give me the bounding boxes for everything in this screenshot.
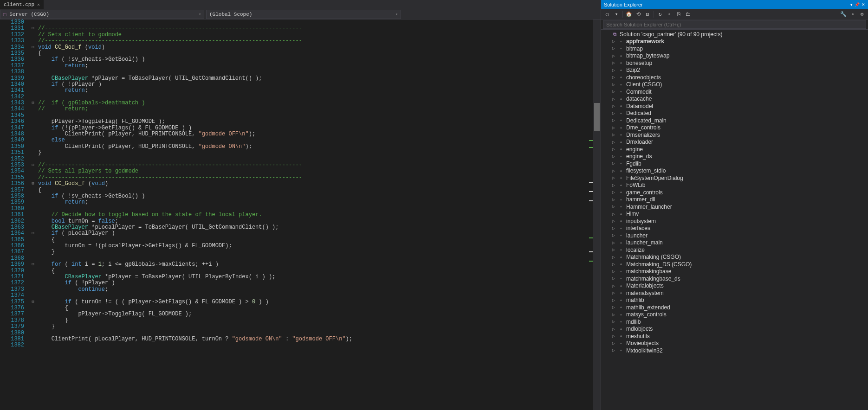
- close-icon[interactable]: ✕: [862, 2, 865, 7]
- project-node[interactable]: ▷▫datacache: [601, 96, 868, 103]
- expand-icon[interactable]: ▷: [611, 226, 616, 231]
- project-node[interactable]: ▷▫matchmakingbase_ds: [601, 275, 868, 282]
- expand-icon[interactable]: ▷: [611, 291, 616, 295]
- project-node[interactable]: ▷▫matsys_controls: [601, 311, 868, 319]
- wrench-icon[interactable]: 🔧: [839, 10, 848, 19]
- expand-icon[interactable]: ▷: [611, 233, 616, 237]
- expand-icon[interactable]: ▷: [611, 241, 616, 245]
- preview-icon[interactable]: ▫: [849, 10, 857, 19]
- expand-icon[interactable]: ▷: [611, 97, 616, 101]
- project-node[interactable]: ▷▫Mxtoolkitwin32: [601, 347, 868, 354]
- sync-icon[interactable]: ⟲: [634, 10, 642, 19]
- project-node[interactable]: ▷▫Fgdlib: [601, 160, 868, 167]
- project-node[interactable]: ▷▫localize: [601, 246, 868, 254]
- expand-icon[interactable]: ▷: [611, 212, 616, 216]
- expand-icon[interactable]: ▷: [611, 198, 616, 202]
- project-node[interactable]: ▷▫Dmserializers: [601, 131, 868, 139]
- project-node[interactable]: ▷▫filesystem_stdio: [601, 167, 868, 175]
- project-node[interactable]: ▷▫mdllib: [601, 318, 868, 326]
- expand-icon[interactable]: ▷: [611, 255, 616, 259]
- fold-column[interactable]: ⊟⊟⊟⊟⊟⊟⊟⊟: [30, 19, 36, 410]
- project-node[interactable]: ▷▫Materialobjects: [601, 282, 868, 290]
- project-node[interactable]: ▷▫Movieobjects: [601, 340, 868, 347]
- expand-icon[interactable]: ▷: [611, 54, 616, 58]
- project-node[interactable]: ▷▫Commedit: [601, 88, 868, 96]
- expand-icon[interactable]: ▷: [611, 140, 616, 144]
- project-node[interactable]: ▷▫Datamodel: [601, 102, 868, 110]
- project-node[interactable]: ▷▫inputsystem: [601, 218, 868, 225]
- project-node[interactable]: ▷▫Dedicated_main: [601, 117, 868, 124]
- expand-icon[interactable]: ▷: [611, 269, 616, 274]
- expand-icon[interactable]: ▷: [611, 61, 616, 65]
- pin-icon[interactable]: 📌: [855, 2, 860, 7]
- expand-icon[interactable]: ▷: [611, 305, 616, 309]
- properties-icon[interactable]: 🗀: [684, 10, 692, 19]
- code-area[interactable]: 1330133113321333133413351336133713381339…: [0, 19, 601, 410]
- project-node[interactable]: ▷▫mathlib_extended: [601, 304, 868, 311]
- project-node[interactable]: ▷▫Client (CSGO): [601, 81, 868, 89]
- expand-icon[interactable]: ▷: [611, 147, 616, 151]
- project-node[interactable]: ▷▫Dmxloader: [601, 139, 868, 146]
- project-node[interactable]: ▷▫Matchmaking_DS (CSGO): [601, 261, 868, 268]
- project-node[interactable]: ▷▫mathlib: [601, 297, 868, 304]
- expand-icon[interactable]: ▷: [611, 75, 616, 79]
- project-node[interactable]: ▷▫materialsystem: [601, 289, 868, 297]
- context-project-dropdown[interactable]: ⬚ Server (CSGO) ▾: [0, 10, 204, 19]
- expand-icon[interactable]: ▷: [611, 313, 616, 317]
- expand-icon[interactable]: ▷: [611, 284, 616, 288]
- expand-icon[interactable]: ▷: [611, 118, 616, 122]
- scrollbar-thumb[interactable]: [594, 103, 600, 131]
- expand-icon[interactable]: ▷: [611, 276, 616, 281]
- project-node[interactable]: ▷▫launcher_main: [601, 239, 868, 247]
- expand-icon[interactable]: ▷: [611, 190, 616, 194]
- expand-icon[interactable]: ▷: [611, 104, 616, 108]
- project-node[interactable]: ▷▫Matchmaking (CSGO): [601, 254, 868, 261]
- project-node[interactable]: ▷▫Dedicated: [601, 110, 868, 117]
- vertical-scrollbar[interactable]: [593, 19, 601, 410]
- file-tab[interactable]: client.cpp ✕: [0, 0, 44, 9]
- expand-icon[interactable]: ▷: [611, 327, 616, 331]
- expand-icon[interactable]: ▷: [611, 161, 616, 166]
- solution-search-input[interactable]: [603, 20, 866, 29]
- expand-icon[interactable]: ▷: [611, 176, 616, 180]
- close-icon[interactable]: ✕: [37, 2, 40, 7]
- project-node[interactable]: ▷▫bonesetup: [601, 59, 868, 67]
- back-icon[interactable]: ◯: [603, 10, 611, 19]
- expand-icon[interactable]: ▷: [611, 68, 616, 72]
- expand-icon[interactable]: ▷: [611, 219, 616, 223]
- project-node[interactable]: ▷▫meshutils: [601, 333, 868, 340]
- expand-icon[interactable]: ▷: [611, 169, 616, 173]
- solution-explorer-title-bar[interactable]: Solution Explorer ▾ 📌 ✕: [601, 0, 868, 9]
- expand-icon[interactable]: ▷: [611, 262, 616, 266]
- expand-icon[interactable]: ▷: [611, 320, 616, 324]
- expand-icon[interactable]: ▷: [611, 126, 616, 130]
- expand-icon[interactable]: ▷: [611, 90, 616, 94]
- expand-icon[interactable]: ▷: [611, 205, 616, 209]
- expand-icon[interactable]: ▷: [611, 83, 616, 87]
- show-all-icon[interactable]: ▫: [665, 10, 674, 19]
- overview-ruler[interactable]: [589, 19, 593, 410]
- expand-icon[interactable]: ▷: [611, 133, 616, 137]
- home-icon[interactable]: 🏠: [625, 10, 633, 19]
- project-node[interactable]: ▷▫mdlobjects: [601, 326, 868, 333]
- copy-icon[interactable]: ⎘: [674, 10, 683, 19]
- project-node[interactable]: ▷▫engine_ds: [601, 153, 868, 160]
- expand-icon[interactable]: ▷: [611, 154, 616, 159]
- expand-icon[interactable]: ▷: [611, 111, 616, 115]
- project-node[interactable]: ▷▫hammer_dll: [601, 196, 868, 204]
- expand-icon[interactable]: ▷: [611, 46, 616, 51]
- filter-icon[interactable]: ⚙: [858, 10, 866, 19]
- context-scope-dropdown[interactable]: (Global Scope) ▾: [206, 10, 401, 19]
- project-node[interactable]: ▷▫bitmap: [601, 45, 868, 52]
- project-node[interactable]: ▷▫FoWLib: [601, 182, 868, 189]
- code-text[interactable]: //--------------------------------------…: [36, 19, 589, 410]
- project-node[interactable]: ▷▫Bzip2: [601, 67, 868, 74]
- project-node[interactable]: ▷▫launcher: [601, 232, 868, 239]
- project-node[interactable]: ▷▫appframework: [601, 38, 868, 45]
- project-node[interactable]: ▷▫Hammer_launcher: [601, 203, 868, 211]
- forward-icon[interactable]: ▾: [612, 10, 621, 19]
- expand-icon[interactable]: ▷: [611, 334, 616, 338]
- solution-root[interactable]: ⧉Solution 'csgo_partner' (90 of 90 proje…: [601, 31, 868, 38]
- project-node[interactable]: ▷▫game_controls: [601, 189, 868, 196]
- project-node[interactable]: ▷▫Hlmv: [601, 211, 868, 218]
